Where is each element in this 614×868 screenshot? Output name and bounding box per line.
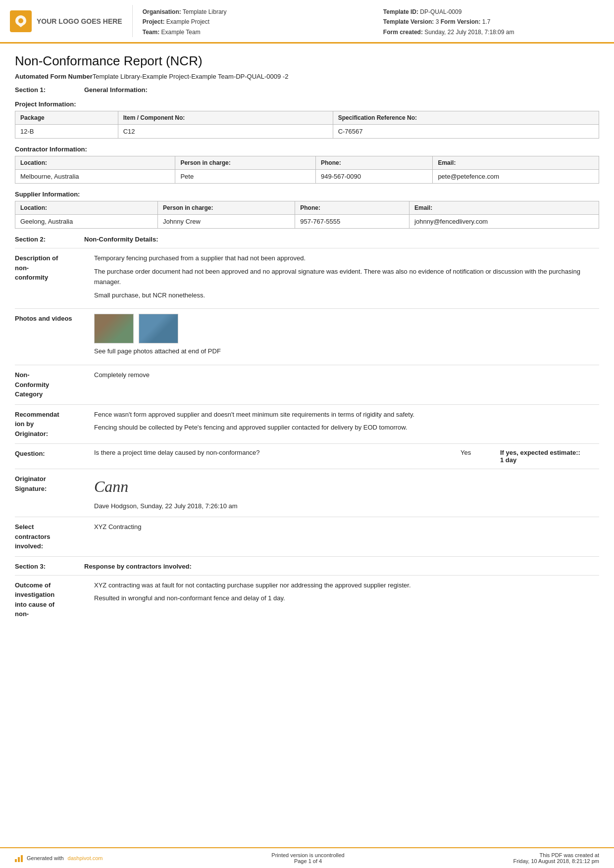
report-title: Non-Conformance Report (NCR) bbox=[15, 53, 599, 69]
project-table: Package Item / Component No: Specificati… bbox=[15, 111, 599, 139]
dashpivot-logo bbox=[15, 854, 23, 862]
table-row: Geelong, Australia Johnny Crew 957-767-5… bbox=[15, 215, 599, 229]
contractors-row: Selectcontractorsinvolved: XYZ Contracti… bbox=[15, 522, 599, 551]
outcome-line-1: XYZ contracting was at fault for not con… bbox=[94, 580, 599, 591]
team-label: Team: bbox=[143, 29, 159, 36]
question-row: Question: Is there a project time delay … bbox=[15, 449, 599, 464]
supplier-phone: 957-767-5555 bbox=[295, 215, 409, 229]
nc-category-value: Completely remove bbox=[94, 370, 599, 381]
form-version-value: 1.7 bbox=[482, 18, 491, 25]
section2-title: Non-Conformity Details: bbox=[84, 236, 158, 243]
photos-label: Photos and videos bbox=[15, 314, 94, 324]
supplier-info-title: Supplier Information: bbox=[15, 191, 599, 198]
table-row: 12-B C12 C-76567 bbox=[15, 125, 599, 139]
header-meta-col-left: Organisation: Template Library Project: … bbox=[143, 7, 363, 37]
project-value: Example Project bbox=[166, 18, 209, 25]
outcome-row: Outcome ofinvestigationinto cause ofnon-… bbox=[15, 580, 599, 619]
footer-center: Printed version is uncontrolled Page 1 o… bbox=[271, 852, 344, 864]
recommendation-label: Recommendation byOriginator: bbox=[15, 410, 94, 439]
contractor-col-email: Email: bbox=[433, 156, 599, 170]
divider bbox=[15, 308, 599, 309]
project-info-title: Project Information: bbox=[15, 100, 599, 108]
contractors-value: XYZ Contracting bbox=[94, 522, 599, 532]
supplier-col-location: Location: bbox=[15, 201, 158, 215]
divider bbox=[15, 469, 599, 469]
signature-row: OriginatorSignature: Cann Dave Hodgson, … bbox=[15, 474, 599, 512]
contractor-location: Melbourne, Australia bbox=[15, 170, 175, 184]
logo-icon bbox=[10, 10, 32, 32]
svg-point-0 bbox=[18, 18, 23, 23]
contractor-info-title: Contractor Information: bbox=[15, 145, 599, 153]
contractors-label: Selectcontractorsinvolved: bbox=[15, 522, 94, 551]
signature-label: OriginatorSignature: bbox=[15, 474, 94, 493]
recommendation-line-1: Fence wasn't form approved supplier and … bbox=[94, 410, 599, 420]
org-value: Template Library bbox=[183, 8, 227, 15]
nc-category-label: Non-ConformityCategory bbox=[15, 370, 94, 399]
section3-title: Response by contractors involved: bbox=[84, 563, 192, 570]
outcome-value: XYZ contracting was at fault for not con… bbox=[94, 580, 599, 607]
outcome-label: Outcome ofinvestigationinto cause ofnon- bbox=[15, 580, 94, 619]
page: YOUR LOGO GOES HERE Organisation: Templa… bbox=[0, 0, 614, 868]
bar1 bbox=[15, 859, 17, 862]
desc-line-1: Temporary fencing purchased from a suppl… bbox=[94, 253, 599, 264]
header: YOUR LOGO GOES HERE Organisation: Templa… bbox=[0, 0, 614, 44]
footer-right: This PDF was created at Friday, 10 Augus… bbox=[513, 852, 599, 864]
supplier-col-email: Email: bbox=[409, 201, 599, 215]
template-version-label: Template Version: bbox=[383, 18, 434, 25]
section2-header: Section 2: Non-Conformity Details: bbox=[15, 236, 599, 243]
supplier-person: Johnny Crew bbox=[158, 215, 295, 229]
signature-image: Cann bbox=[94, 474, 599, 499]
contractor-col-location: Location: bbox=[15, 156, 175, 170]
question-text: Is there a project time delay caused by … bbox=[94, 449, 451, 456]
question-extra-value: 1 day bbox=[500, 456, 516, 464]
question-extra-label: If yes, expected estimate:: bbox=[500, 449, 580, 456]
section1-header: Section 1: General Information: bbox=[15, 86, 599, 94]
bar2 bbox=[18, 857, 20, 862]
divider bbox=[15, 575, 599, 576]
recommendation-row: Recommendation byOriginator: Fence wasn'… bbox=[15, 410, 599, 439]
footer-generated-link[interactable]: dashpivot.com bbox=[68, 855, 103, 861]
header-meta-col-right: Template ID: DP-QUAL-0009 Template Versi… bbox=[383, 7, 604, 37]
logo-area: YOUR LOGO GOES HERE bbox=[10, 5, 133, 37]
divider bbox=[15, 443, 599, 444]
footer-center-line1: Printed version is uncontrolled bbox=[271, 852, 344, 858]
footer-right-line1: This PDF was created at bbox=[513, 852, 599, 858]
footer-generated-text: Generated with bbox=[27, 855, 64, 861]
contractor-person: Pete bbox=[175, 170, 316, 184]
photos-caption: See full page photos attached at end of … bbox=[94, 346, 599, 357]
footer: Generated with dashpivot.com Printed ver… bbox=[0, 847, 614, 868]
table-row: Melbourne, Australia Pete 949-567-0090 p… bbox=[15, 170, 599, 184]
contractor-col-phone: Phone: bbox=[316, 156, 433, 170]
photos-container bbox=[94, 314, 599, 343]
form-created-value: Sunday, 22 July 2018, 7:18:09 am bbox=[424, 29, 514, 36]
footer-center-line2: Page 1 of 4 bbox=[271, 858, 344, 864]
photo-thumbnail-2 bbox=[139, 314, 178, 343]
project-col-item: Item / Component No: bbox=[118, 111, 333, 125]
description-label: Description ofnon-conformity bbox=[15, 253, 94, 283]
footer-left: Generated with dashpivot.com bbox=[15, 854, 103, 862]
contractor-email: pete@petefence.com bbox=[433, 170, 599, 184]
desc-line-3: Small purchase, but NCR nonetheless. bbox=[94, 290, 599, 301]
supplier-location: Geelong, Australia bbox=[15, 215, 158, 229]
recommendation-line-2: Fencing should be collected by Pete's fe… bbox=[94, 423, 599, 433]
supplier-col-phone: Phone: bbox=[295, 201, 409, 215]
template-version-value: 3 bbox=[436, 18, 439, 25]
project-col-package: Package bbox=[15, 111, 118, 125]
section3-header: Section 3: Response by contractors invol… bbox=[15, 563, 599, 570]
section3-label: Section 3: bbox=[15, 563, 74, 570]
bar3 bbox=[21, 855, 23, 862]
contractor-col-person: Person in charge: bbox=[175, 156, 316, 170]
footer-right-line2: Friday, 10 August 2018, 8:21:12 pm bbox=[513, 858, 599, 864]
photos-row: Photos and videos See full page photos a… bbox=[15, 314, 599, 360]
photos-value: See full page photos attached at end of … bbox=[94, 314, 599, 360]
divider bbox=[15, 556, 599, 557]
description-row: Description ofnon-conformity Temporary f… bbox=[15, 253, 599, 303]
desc-line-2: The purchase order document had not been… bbox=[94, 267, 599, 288]
team-value: Example Team bbox=[161, 29, 201, 36]
divider bbox=[15, 248, 599, 248]
form-version-label: Form Version: bbox=[441, 18, 481, 25]
template-id-label: Template ID: bbox=[383, 8, 418, 15]
photo-thumbnail-1 bbox=[94, 314, 134, 343]
template-id-value: DP-QUAL-0009 bbox=[420, 8, 461, 15]
outcome-line-2: Resulted in wrongful and non-conformant … bbox=[94, 593, 599, 604]
